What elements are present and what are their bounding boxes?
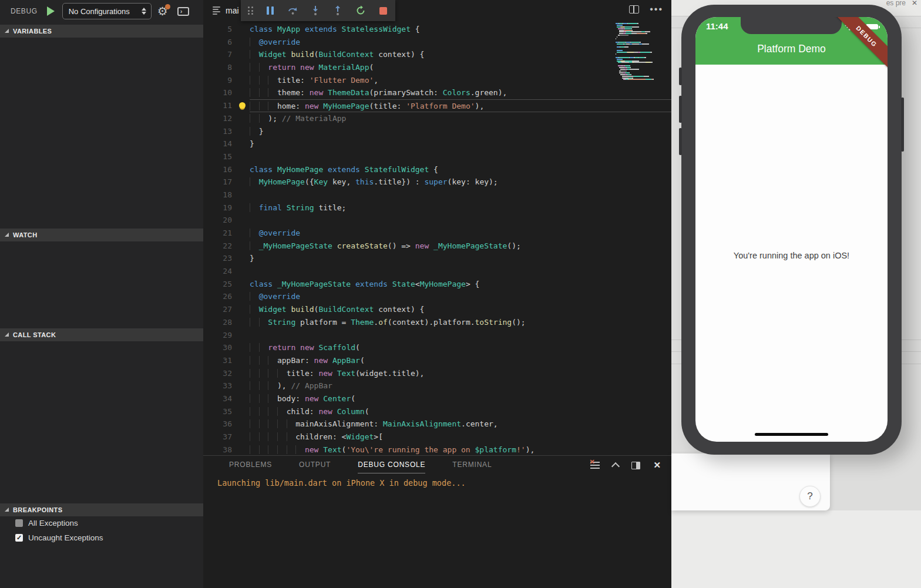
step-over-icon[interactable] xyxy=(288,5,298,16)
code-line[interactable]: 11 home: new MyHomePage(title: 'Platform… xyxy=(203,99,671,112)
line-number[interactable]: 28 xyxy=(203,316,232,329)
tab-debug-console[interactable]: DEBUG CONSOLE xyxy=(358,461,425,473)
code-line[interactable]: 21 @override xyxy=(203,227,671,240)
code-line[interactable]: 10 theme: new ThemeData(primarySwatch: C… xyxy=(203,86,671,99)
glyph-margin[interactable] xyxy=(232,240,250,253)
line-number[interactable]: 34 xyxy=(203,392,232,405)
glyph-margin[interactable] xyxy=(232,392,250,405)
glyph-margin[interactable] xyxy=(232,176,250,189)
glyph-margin[interactable] xyxy=(232,61,250,74)
pause-icon[interactable] xyxy=(265,5,275,16)
line-number[interactable]: 6 xyxy=(203,36,232,49)
drag-grip-icon[interactable] xyxy=(248,6,253,15)
line-number[interactable]: 24 xyxy=(203,265,232,278)
tab-main-dart[interactable]: mai xyxy=(226,6,239,15)
line-number[interactable]: 15 xyxy=(203,150,232,163)
code-line[interactable]: 25class _MyHomePageState extends State<M… xyxy=(203,278,671,291)
code-line[interactable]: 30 return new Scaffold( xyxy=(203,341,671,354)
glyph-margin[interactable] xyxy=(232,252,250,265)
line-number[interactable]: 32 xyxy=(203,367,232,380)
line-number[interactable]: 7 xyxy=(203,48,232,61)
code-line[interactable]: 13 } xyxy=(203,125,671,138)
line-number[interactable]: 20 xyxy=(203,214,232,227)
help-button[interactable]: ? xyxy=(799,486,821,507)
glyph-margin[interactable] xyxy=(232,278,250,291)
code-line[interactable]: 6 @override xyxy=(203,36,671,49)
line-number[interactable]: 30 xyxy=(203,341,232,354)
mute-switch[interactable] xyxy=(679,68,682,85)
glyph-margin[interactable] xyxy=(232,418,250,431)
code-line[interactable]: 17 MyHomePage({Key key, this.title}) : s… xyxy=(203,176,671,189)
line-number[interactable]: 10 xyxy=(203,86,232,99)
code-line[interactable]: 12 ); // MaterialApp xyxy=(203,112,671,125)
glyph-margin[interactable] xyxy=(232,74,250,87)
glyph-margin[interactable] xyxy=(232,163,250,176)
split-editor-icon[interactable] xyxy=(629,5,639,14)
line-number[interactable]: 17 xyxy=(203,176,232,189)
code-line[interactable]: 29 xyxy=(203,329,671,342)
line-number[interactable]: 8 xyxy=(203,61,232,74)
code-line[interactable]: 33 ), // AppBar xyxy=(203,379,671,392)
breakpoint-uncaught-exceptions[interactable]: ✓ Uncaught Exceptions xyxy=(15,532,103,543)
tab-terminal[interactable]: TERMINAL xyxy=(452,461,492,473)
sidebar-section-breakpoints[interactable]: BREAKPOINTS xyxy=(0,503,203,516)
maximize-panel-icon[interactable] xyxy=(631,462,640,469)
line-number[interactable]: 22 xyxy=(203,240,232,253)
code-line[interactable]: 7 Widget build(BuildContext context) { xyxy=(203,48,671,61)
line-number[interactable]: 14 xyxy=(203,137,232,150)
line-number[interactable]: 37 xyxy=(203,431,232,443)
glyph-margin[interactable] xyxy=(232,23,250,36)
breakpoint-all-exceptions[interactable]: All Exceptions xyxy=(15,517,78,529)
line-number[interactable]: 38 xyxy=(203,443,232,455)
glyph-margin[interactable] xyxy=(232,354,250,367)
line-number[interactable]: 11 xyxy=(203,99,232,112)
configurations-dropdown[interactable]: No Configurations xyxy=(62,3,152,19)
code-line[interactable]: 37 children: <Widget>[ xyxy=(203,431,671,443)
code-line[interactable]: 28 String platform = Theme.of(context).p… xyxy=(203,316,671,329)
code-line[interactable]: 27 Widget build(BuildContext context) { xyxy=(203,303,671,316)
code-line[interactable]: 31 appBar: new AppBar( xyxy=(203,354,671,367)
glyph-margin[interactable] xyxy=(232,150,250,163)
line-number[interactable]: 31 xyxy=(203,354,232,367)
line-number[interactable]: 25 xyxy=(203,278,232,291)
lightbulb-icon[interactable] xyxy=(239,102,246,109)
line-number[interactable]: 5 xyxy=(203,23,232,36)
glyph-margin[interactable] xyxy=(232,112,250,125)
line-number[interactable]: 35 xyxy=(203,405,232,418)
glyph-margin[interactable] xyxy=(232,265,250,278)
volume-down-button[interactable] xyxy=(679,128,682,155)
code-line[interactable]: 36 mainAxisAlignment: MainAxisAlignment.… xyxy=(203,418,671,431)
clear-console-icon[interactable]: ✕ xyxy=(590,461,600,469)
glyph-margin[interactable] xyxy=(232,125,250,138)
line-number[interactable]: 19 xyxy=(203,201,232,214)
glyph-margin[interactable] xyxy=(232,316,250,329)
glyph-margin[interactable] xyxy=(232,290,250,303)
glyph-margin[interactable] xyxy=(232,367,250,380)
checkbox-unchecked[interactable] xyxy=(15,519,23,527)
code-line[interactable]: 35 child: new Column( xyxy=(203,405,671,418)
sidebar-section-watch[interactable]: WATCH xyxy=(0,229,203,241)
sidebar-section-call-stack[interactable]: CALL STACK xyxy=(0,328,203,341)
power-button[interactable] xyxy=(901,98,904,152)
code-line[interactable]: 9 title: 'Flutter Demo', xyxy=(203,74,671,87)
home-indicator[interactable] xyxy=(755,433,828,436)
code-line[interactable]: 23} xyxy=(203,252,671,265)
gear-icon[interactable]: ⚙ xyxy=(157,5,168,17)
code-line[interactable]: 19 final String title; xyxy=(203,201,671,214)
code-line[interactable]: 24 xyxy=(203,265,671,278)
line-number[interactable]: 33 xyxy=(203,379,232,392)
glyph-margin[interactable] xyxy=(232,189,250,201)
line-number[interactable]: 26 xyxy=(203,290,232,303)
code-line[interactable]: 32 title: new Text(widget.title), xyxy=(203,367,671,380)
code-line[interactable]: 18 xyxy=(203,189,671,201)
glyph-margin[interactable] xyxy=(232,303,250,316)
tab-output[interactable]: OUTPUT xyxy=(299,461,331,473)
code-line[interactable]: 15 xyxy=(203,150,671,163)
step-into-icon[interactable] xyxy=(311,5,321,16)
code-line[interactable]: 26 @override xyxy=(203,290,671,303)
open-console-icon[interactable]: › xyxy=(177,7,189,16)
glyph-margin[interactable] xyxy=(232,137,250,150)
line-number[interactable]: 9 xyxy=(203,74,232,87)
code-line[interactable]: 8 return new MaterialApp( xyxy=(203,61,671,74)
close-panel-icon[interactable]: ✕ xyxy=(653,461,661,469)
